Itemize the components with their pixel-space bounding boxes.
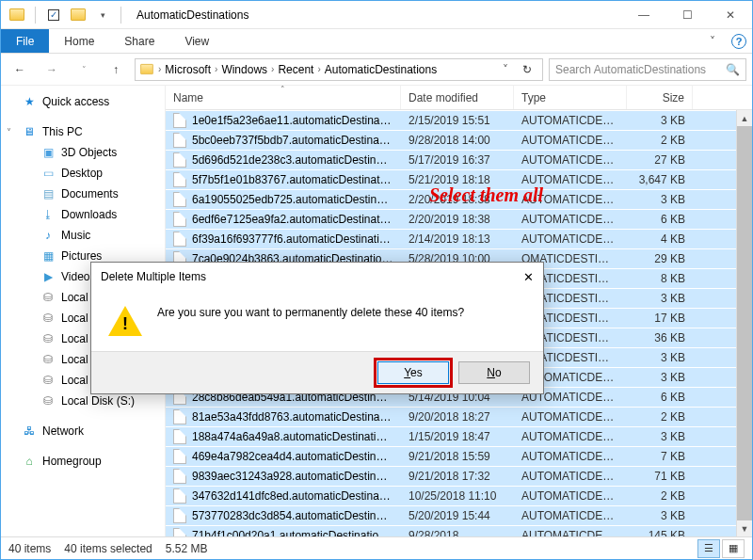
folder-icon[interactable] (68, 5, 88, 25)
breadcrumb[interactable]: AutomaticDestinations (325, 63, 437, 76)
file-row[interactable]: 5bc0eeb737f5bdb7.automaticDestination…9/… (166, 130, 752, 150)
up-button[interactable]: ↑ (103, 57, 129, 82)
file-icon (173, 192, 186, 207)
window-title: AutomaticDestinations (131, 8, 622, 22)
drive-icon: ⛁ (40, 331, 56, 346)
file-size: 3 KB (627, 371, 693, 384)
tab-share[interactable]: Share (109, 29, 169, 53)
breadcrumb[interactable]: Windows (221, 63, 267, 76)
details-view-button[interactable]: ☰ (697, 539, 720, 558)
drive-icon: ⛁ (40, 352, 56, 367)
sidebar-item[interactable]: ⭳Downloads (1, 204, 165, 225)
address-dropdown-icon[interactable]: ˅ (499, 63, 512, 76)
drive-icon: ⛁ (40, 393, 56, 408)
forward-button[interactable]: → (39, 57, 65, 82)
qat-dropdown-icon[interactable]: ▾ (92, 5, 113, 25)
file-size: 71 KB (627, 470, 693, 483)
minimize-button[interactable]: — (622, 1, 665, 29)
warning-icon: ! (108, 306, 142, 336)
file-date: 9/20/2018 18:27 (401, 410, 514, 424)
qat-checkbox[interactable]: ✓ (43, 5, 64, 25)
dialog-buttons: Yes No (91, 351, 543, 393)
file-row[interactable]: 5d696d521de238c3.automaticDestination…5/… (166, 150, 752, 169)
recent-locations-icon[interactable]: ˅ (71, 57, 97, 82)
scroll-up-icon[interactable]: ▲ (737, 110, 752, 126)
tab-home[interactable]: Home (49, 29, 109, 53)
file-row[interactable]: 469e4a7982cea4d4.automaticDestination…9/… (166, 446, 752, 466)
file-row[interactable]: 71b4f1c00d20a1.automaticDestinations…9/2… (166, 525, 752, 536)
sidebar-this-pc[interactable]: ˅ 🖥 This PC (1, 121, 165, 142)
sidebar-homegroup[interactable]: ⌂ Homegroup (1, 451, 165, 472)
app-folder-icon (7, 5, 27, 25)
status-selection-size: 5.52 MB (166, 542, 221, 555)
separator (120, 7, 121, 24)
file-icon (173, 172, 186, 187)
file-row[interactable]: 1e0e1f5a23e6ae11.automaticDestinations…2… (166, 110, 752, 130)
yes-button[interactable]: Yes (377, 361, 449, 384)
sidebar-item[interactable]: ▭Desktop (1, 163, 165, 184)
file-type: AUTOMATICDESTI… (514, 450, 627, 463)
thumbnails-view-button[interactable]: ▦ (722, 539, 745, 558)
sidebar-label: Documents (61, 187, 119, 200)
column-name[interactable]: ˄ Name (166, 86, 401, 109)
ribbon-expand-icon[interactable]: ˅ (699, 29, 726, 53)
file-row[interactable]: 81ae53a43fdd8763.automaticDestination…9/… (166, 407, 752, 426)
no-button[interactable]: No (458, 361, 530, 384)
column-size[interactable]: Size (627, 86, 693, 109)
search-input[interactable]: Search AutomaticDestinations 🔍 (549, 58, 746, 81)
sidebar-label: This PC (42, 125, 83, 138)
dialog-close-button[interactable]: ✕ (523, 270, 534, 284)
file-name: 188a474a6a49a8.automaticDestinations-… (192, 430, 393, 443)
back-button[interactable]: ← (7, 57, 33, 82)
breadcrumb[interactable]: Microsoft (165, 63, 211, 76)
file-date: 9/28/2018 14:00 (401, 134, 514, 147)
help-button[interactable]: ? (726, 29, 752, 53)
chevron-icon[interactable]: › (158, 64, 161, 74)
file-icon (173, 133, 186, 148)
file-row[interactable]: 6f39a16f693777f6.automaticDestinations-…… (166, 229, 752, 248)
address-bar[interactable]: › Microsoft › Windows › Recent › Automat… (135, 58, 543, 81)
status-selected-count: 40 items selected (64, 542, 165, 555)
chevron-icon[interactable]: › (317, 64, 320, 74)
column-date[interactable]: Date modified (401, 86, 514, 109)
file-size: 3 KB (627, 292, 693, 305)
file-type: AUTOMATICDESTI… (514, 232, 627, 246)
status-item-count: 40 items (8, 542, 64, 555)
maximize-button[interactable]: ☐ (665, 1, 709, 29)
column-type[interactable]: Type (514, 86, 627, 109)
scroll-thumb[interactable] (737, 126, 752, 520)
refresh-button[interactable]: ↻ (516, 63, 538, 76)
expand-icon[interactable]: ˅ (7, 127, 11, 137)
sidebar-label: Music (61, 229, 90, 242)
sidebar-network[interactable]: 🖧 Network (1, 421, 165, 441)
drive-icon: ⛁ (40, 290, 56, 305)
search-icon[interactable]: 🔍 (726, 63, 740, 76)
chevron-icon[interactable]: › (215, 64, 217, 74)
file-type: AUTOMATICDESTI… (514, 153, 627, 167)
sidebar-item[interactable]: ♪Music (1, 225, 165, 246)
chevron-icon[interactable]: › (271, 64, 274, 74)
file-type: AUTOMATICDESTI… (514, 529, 627, 536)
file-icon (173, 212, 186, 227)
file-row[interactable]: 9839aec31243a928.automaticDestination…9/… (166, 466, 752, 486)
sidebar-label: Network (42, 424, 84, 438)
file-row[interactable]: 347632d141dfc8ed.automaticDestination…10… (166, 486, 752, 505)
file-date: 9/21/2018 17:32 (401, 470, 514, 483)
file-row[interactable]: 573770283dc3d854.automaticDestination…5/… (166, 505, 752, 525)
title-bar: ✓ ▾ AutomaticDestinations — ☐ ✕ (1, 1, 752, 29)
close-button[interactable]: ✕ (709, 1, 752, 29)
breadcrumb[interactable]: Recent (278, 63, 313, 76)
scrollbar[interactable]: ▲ ▼ (736, 110, 752, 536)
sidebar-item[interactable]: ▣3D Objects (1, 142, 165, 163)
file-name: 5f7b5f1e01b83767.automaticDestinations… (192, 173, 393, 186)
scroll-down-icon[interactable]: ▼ (737, 520, 752, 536)
drive-icon: ▦ (40, 248, 56, 264)
tab-view[interactable]: View (169, 29, 224, 53)
file-row[interactable]: 6edf6e7125ea9fa2.automaticDestinations…2… (166, 209, 752, 229)
tab-file[interactable]: File (1, 29, 49, 53)
sidebar-item[interactable]: ▤Documents (1, 184, 165, 204)
file-name: 5bc0eeb737f5bdb7.automaticDestination… (192, 134, 393, 147)
file-row[interactable]: 188a474a6a49a8.automaticDestinations-…1/… (166, 426, 752, 446)
sidebar-quick-access[interactable]: ★ Quick access (1, 91, 165, 112)
file-name: 81ae53a43fdd8763.automaticDestination… (192, 410, 393, 424)
